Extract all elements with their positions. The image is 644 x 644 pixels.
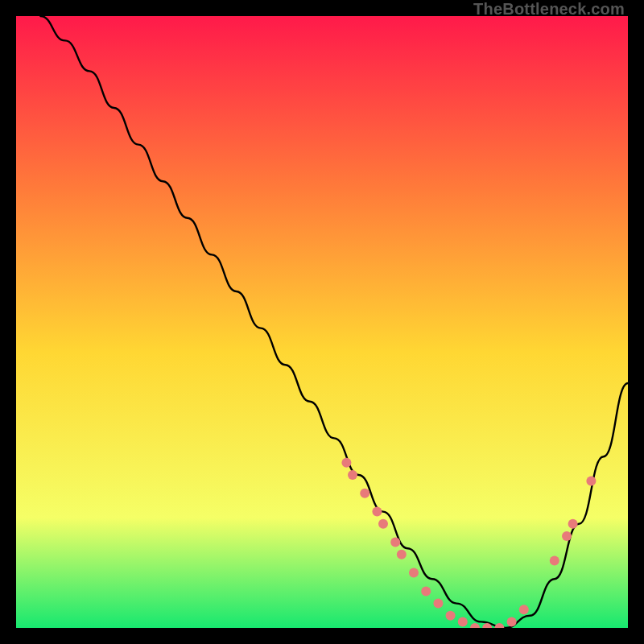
marker-point — [341, 458, 351, 468]
plot-area — [16, 16, 628, 628]
marker-point — [360, 489, 369, 498]
marker-point — [397, 550, 407, 559]
marker-point — [586, 477, 596, 486]
marker-point — [470, 623, 480, 628]
marker-point — [550, 555, 559, 565]
marker-point — [433, 599, 443, 609]
marker-point — [562, 531, 572, 541]
chart-frame: TheBottleneck.com — [0, 0, 644, 644]
marker-point — [494, 623, 504, 628]
marker-point — [348, 470, 357, 480]
marker-point — [409, 568, 419, 578]
marker-point — [390, 538, 400, 547]
marker-point — [568, 519, 578, 529]
marker-point — [507, 617, 517, 626]
curve-layer — [16, 16, 628, 628]
marker-point — [421, 586, 431, 596]
marker-group — [341, 458, 596, 628]
marker-point — [372, 507, 382, 517]
marker-point — [378, 519, 388, 529]
marker-point — [446, 611, 456, 621]
marker-point — [519, 605, 529, 614]
marker-point — [458, 617, 468, 626]
bottleneck-curve — [40, 16, 628, 628]
